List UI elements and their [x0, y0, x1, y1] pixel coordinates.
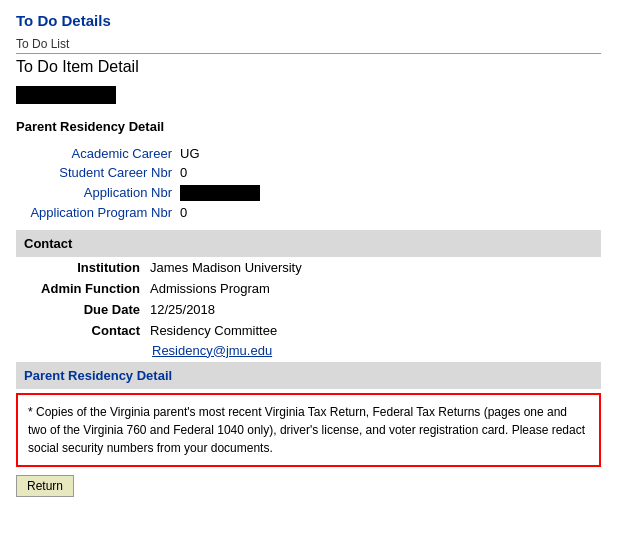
redacted-name-block — [16, 86, 116, 104]
return-button[interactable]: Return — [16, 475, 74, 497]
contact-block: Institution James Madison University Adm… — [16, 257, 601, 362]
due-date-value: 12/25/2018 — [146, 299, 601, 320]
admin-function-label: Admin Function — [16, 278, 146, 299]
notice-box: * Copies of the Virginia parent's most r… — [16, 393, 601, 467]
section-heading: To Do Item Detail — [16, 58, 601, 76]
fields-table: Academic Career UG Student Career Nbr 0 … — [16, 144, 601, 222]
contact-value: Residency Committee — [146, 320, 601, 341]
parent-residency-section-header: Parent Residency Detail — [16, 362, 601, 389]
application-nbr-redacted — [176, 182, 601, 203]
academic-career-value: UG — [176, 144, 601, 163]
admin-function-value: Admissions Program — [146, 278, 601, 299]
due-date-label: Due Date — [16, 299, 146, 320]
contact-email-link[interactable]: Residency@jmu.edu — [152, 343, 272, 358]
subsection-title: Parent Residency Detail — [16, 119, 601, 134]
academic-career-label: Academic Career — [16, 144, 176, 163]
breadcrumb: To Do List — [16, 37, 601, 54]
institution-label: Institution — [16, 257, 146, 278]
page-title: To Do Details — [16, 12, 601, 29]
parent-residency-section-title: Parent Residency Detail — [24, 368, 172, 383]
contact-section-title: Contact — [24, 236, 72, 251]
application-program-nbr-value: 0 — [176, 203, 601, 222]
contact-label: Contact — [16, 320, 146, 341]
contact-section-header: Contact — [16, 230, 601, 257]
application-program-nbr-label: Application Program Nbr — [16, 203, 176, 222]
contact-details-table: Institution James Madison University Adm… — [16, 257, 601, 362]
application-nbr-label: Application Nbr — [16, 182, 176, 203]
institution-value: James Madison University — [146, 257, 601, 278]
student-career-nbr-label: Student Career Nbr — [16, 163, 176, 182]
student-career-nbr-value: 0 — [176, 163, 601, 182]
